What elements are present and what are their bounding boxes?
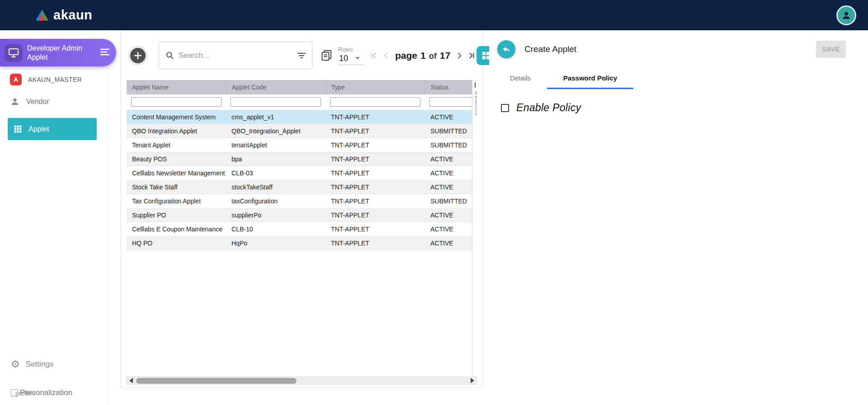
cell-status: ACTIVE (425, 180, 472, 194)
sidebar-item-personalization[interactable]: profile Personalization (0, 386, 108, 400)
column-header-status[interactable]: Status (425, 80, 472, 94)
filter-icon[interactable] (297, 52, 306, 59)
cell-applet-name: QBO Integration Applet (127, 124, 226, 138)
cell-applet-name: Beauty POS (127, 152, 226, 166)
scroll-left-icon[interactable] (129, 378, 133, 383)
table-row[interactable]: Supplier POsupplierPoTNT-APPLETACTIVE (127, 208, 472, 222)
sidebar-item-vendor[interactable]: Vendor (0, 92, 108, 112)
applet-table: Applet Name Applet Code Type Status Cont… (127, 80, 472, 250)
next-page-button[interactable] (455, 51, 464, 60)
back-button[interactable] (497, 40, 515, 58)
table-row[interactable]: Beauty POSbpaTNT-APPLETACTIVE (127, 152, 472, 166)
sidebar-item-label: AKAUN_MASTER (28, 76, 82, 83)
cell-type: TNT-APPLET (326, 166, 425, 180)
gear-icon: ⚙ (11, 359, 20, 369)
sidebar-header: Developer Admin Applet (0, 39, 116, 66)
settings-label: Settings (26, 360, 53, 369)
enable-policy-checkbox[interactable] (501, 104, 509, 112)
cell-status: ACTIVE (425, 166, 472, 180)
panel-title: Create Applet (524, 44, 576, 54)
filter-input-type[interactable] (330, 97, 420, 107)
search-icon (165, 51, 174, 60)
duplicate-view-button[interactable] (321, 49, 333, 61)
cell-applet-code: bpa (226, 152, 326, 166)
create-applet-header: Create Applet SAVE (489, 30, 868, 58)
brand-triangle-icon (35, 9, 49, 21)
table-row[interactable]: QBO Integration AppletQBO_Integration_Ap… (127, 124, 472, 138)
tab-details[interactable]: Details (494, 67, 547, 89)
filter-input-applet-code[interactable] (231, 97, 321, 107)
cell-applet-code: QBO_Integration_Applet (226, 124, 326, 138)
table-row[interactable]: HQ POHqPoTNT-APPLETACTIVE (127, 236, 472, 250)
cell-status: ACTIVE (425, 222, 472, 236)
drag-handle-icon (475, 82, 477, 88)
create-applet-panel: Create Applet SAVE Details Password Poli… (489, 30, 868, 405)
cell-type: TNT-APPLET (326, 236, 425, 250)
cell-type: TNT-APPLET (326, 208, 425, 222)
sidebar-header-title: Developer Admin Applet (27, 44, 100, 62)
cell-status: SUBMITTED (425, 194, 472, 208)
column-header-applet-name[interactable]: Applet Name (127, 80, 226, 94)
cell-applet-code: tenantApplet (226, 138, 326, 152)
table-row[interactable]: Tenant ApplettenantAppletTNT-APPLETSUBMI… (127, 138, 472, 152)
rows-label: Rows (338, 46, 364, 53)
cell-type: TNT-APPLET (326, 138, 425, 152)
cell-status: ACTIVE (425, 208, 472, 222)
columns-strip[interactable]: Columns (472, 80, 476, 374)
table-row[interactable]: Content Management Systemcms_applet_v1TN… (127, 110, 472, 124)
avatar-person-icon (841, 10, 852, 21)
sidebar-item-label: Vendor (26, 98, 49, 106)
cell-status: SUBMITTED (425, 138, 472, 152)
cell-applet-code: taxConfiguration (226, 194, 326, 208)
cell-applet-code: cms_applet_v1 (226, 110, 326, 124)
rows-per-page[interactable]: Rows 10 (338, 46, 364, 65)
search-input[interactable] (179, 51, 293, 60)
table-row[interactable]: Celllabs Newsletter ManagementCLB-03TNT-… (127, 166, 472, 180)
scrollbar-thumb[interactable] (136, 378, 297, 384)
column-header-applet-code[interactable]: Applet Code (226, 80, 326, 94)
pagination: page 1 of 17 (369, 50, 476, 61)
table-row[interactable]: Tax Configuration ApplettaxConfiguration… (127, 194, 472, 208)
last-page-icon (467, 52, 476, 60)
column-header-type[interactable]: Type (326, 80, 425, 94)
cell-applet-code: HqPo (226, 236, 326, 250)
first-page-icon (370, 52, 378, 60)
password-policy-content: Enable Policy (489, 89, 868, 114)
menu-toggle-icon[interactable] (100, 48, 110, 58)
add-button[interactable] (128, 46, 148, 66)
horizontal-scrollbar[interactable] (126, 376, 477, 385)
brand-logo: akaun (35, 8, 92, 23)
cell-status: ACTIVE (425, 152, 472, 166)
cell-applet-name: HQ PO (127, 236, 226, 250)
back-arrow-icon (501, 44, 511, 54)
filter-input-applet-name[interactable] (131, 97, 222, 107)
cell-applet-name: Celllabs E Coupon Maintenance (127, 222, 226, 236)
table-scroll-area: Applet Name Applet Code Type Status Cont… (127, 80, 472, 374)
cell-type: TNT-APPLET (326, 152, 425, 166)
sidebar-item-applet[interactable]: Applet (8, 118, 97, 140)
last-page-button[interactable] (467, 51, 476, 61)
cell-applet-name: Tax Configuration Applet (127, 194, 226, 208)
scroll-right-icon[interactable] (471, 378, 474, 383)
enable-policy-row[interactable]: Enable Policy (501, 102, 868, 114)
filter-input-status[interactable] (429, 97, 472, 107)
sidebar: Developer Admin Applet AKAUN_MASTER Vend… (0, 30, 108, 405)
chevron-right-icon (456, 52, 463, 59)
page-indicator: page 1 of 17 (395, 50, 450, 61)
first-page-button[interactable] (369, 51, 379, 61)
sidebar-item-settings[interactable]: ⚙ Settings (0, 354, 108, 374)
table-row[interactable]: Celllabs E Coupon MaintenanceCLB-10TNT-A… (127, 222, 472, 236)
applet-list-panel: Rows 10 page 1 of 17 (120, 30, 482, 388)
previous-page-button[interactable] (382, 51, 391, 60)
tab-password-policy[interactable]: Password Policy (547, 67, 633, 89)
copy-pages-icon (321, 49, 333, 61)
save-button[interactable]: SAVE (816, 41, 846, 58)
sidebar-item-akaun-master[interactable]: AKAUN_MASTER (0, 70, 108, 89)
of-label: of (429, 52, 437, 61)
columns-strip-label: Columns (474, 91, 476, 116)
cell-status: ACTIVE (425, 236, 472, 250)
table-row[interactable]: Stock Take StaffstockTakeStaffTNT-APPLET… (127, 180, 472, 194)
cell-type: TNT-APPLET (326, 124, 425, 138)
cell-status: SUBMITTED (425, 124, 472, 138)
user-avatar[interactable] (836, 5, 856, 25)
